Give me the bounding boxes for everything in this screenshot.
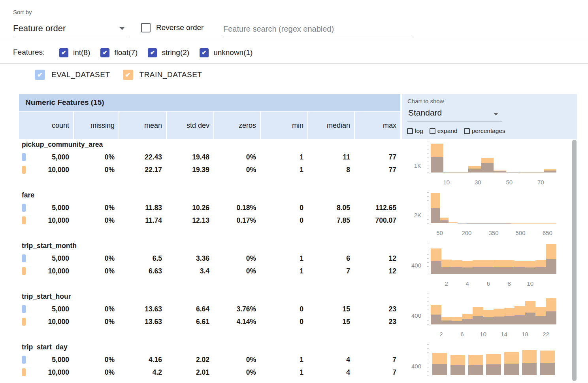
- sort-order-dropdown[interactable]: Feature order: [13, 21, 128, 37]
- histogram-bar-eval: [504, 364, 519, 375]
- divider: [0, 41, 588, 41]
- stat-eval-min: 1: [261, 151, 307, 163]
- stat-eval-max: 7: [355, 354, 400, 366]
- stat-eval-missing: 0%: [74, 151, 119, 163]
- stat-train-mean: 4.2: [119, 366, 166, 378]
- histogram-bar-eval: [531, 172, 544, 173]
- y-axis-tick: [427, 254, 429, 255]
- histogram-bar-eval: [452, 321, 462, 324]
- stat-train-zeros: 0%: [214, 366, 260, 378]
- histogram-bar-eval: [431, 315, 441, 324]
- y-axis-tick: [427, 204, 429, 204]
- stat-train-missing: 0%: [74, 214, 119, 226]
- stat-train-min: 0: [261, 316, 307, 328]
- feature-type-filter-float[interactable]: ✔float(7): [100, 48, 138, 57]
- x-axis-tick-label: 10: [438, 179, 455, 186]
- feature-type-label: string(2): [162, 48, 189, 57]
- feature-type-filter-string[interactable]: ✔string(2): [148, 48, 189, 57]
- y-axis-tick: [427, 313, 429, 313]
- dataset-toggle-eval_dataset[interactable]: ✔EVAL_DATASET: [35, 70, 110, 80]
- feature-row-trip_start_month: trip_start_month5,0000%6.53.360%161210,0…: [19, 241, 577, 291]
- chart-toggle-label: expand: [437, 127, 458, 135]
- chart-toggle-log[interactable]: log: [407, 127, 423, 135]
- y-axis-tick: [427, 360, 429, 360]
- feature-search-input[interactable]: [223, 21, 414, 37]
- chart-type-value: Standard: [408, 108, 442, 118]
- histogram-bar-eval: [481, 163, 494, 173]
- stat-train-std-dev: 2.01: [167, 366, 213, 378]
- feature-name: trip_start_month: [22, 242, 77, 250]
- stat-train-mean: 11.74: [119, 214, 166, 226]
- stat-eval-median: 4: [308, 354, 354, 366]
- checkbox-unchecked-icon[interactable]: [464, 128, 470, 134]
- stat-eval-min: 1: [261, 354, 307, 366]
- chevron-down-icon: [120, 27, 124, 30]
- features-filter-label: Features:: [13, 48, 45, 57]
- stat-eval-min: 0: [261, 303, 307, 315]
- histogram-bar-eval: [473, 316, 483, 324]
- table-title: Numeric Features (15): [25, 98, 104, 107]
- stat-eval-count: 5,000: [19, 354, 73, 366]
- feature-type-filter-int[interactable]: ✔int(8): [59, 48, 90, 57]
- stat-eval-median: 6: [308, 252, 354, 264]
- histogram-bar-eval: [483, 267, 494, 274]
- chart-toggle-percentages[interactable]: percentages: [464, 127, 505, 135]
- x-axis-tick-label: 10: [522, 280, 539, 287]
- histogram-plot[interactable]: [431, 344, 556, 375]
- reverse-order-checkbox[interactable]: [141, 23, 151, 32]
- histogram-plot[interactable]: [431, 294, 556, 324]
- x-axis-tick-label: 14: [495, 331, 513, 337]
- stat-eval-median: 8.05: [308, 202, 354, 214]
- histogram-bar-eval: [494, 171, 506, 173]
- checkbox-checked-icon[interactable]: ✔: [123, 70, 133, 80]
- histogram-bar-eval: [535, 267, 546, 274]
- histogram-plot[interactable]: [431, 192, 556, 223]
- y-axis-tick: [427, 371, 429, 372]
- stat-eval-count: 5,000: [19, 252, 73, 264]
- histogram-bar-eval: [486, 364, 501, 375]
- feature-type-filter-unknown[interactable]: ✔unknown(1): [200, 48, 253, 57]
- x-axis-tick-label: 6: [454, 331, 471, 337]
- histogram-plot[interactable]: [431, 142, 556, 173]
- checkbox-checked-icon[interactable]: ✔: [148, 48, 157, 57]
- y-axis-label: 400: [406, 363, 421, 370]
- table-title-bar: Numeric Features (15): [19, 94, 400, 111]
- histogram-bar-eval: [522, 363, 537, 375]
- sort-order-value: Feature order: [13, 23, 66, 34]
- dataset-label: EVAL_DATASET: [51, 70, 110, 79]
- histogram-bar-eval: [431, 261, 441, 274]
- chart-panel: Chart to show Standard logexpandpercenta…: [402, 94, 577, 139]
- chart-toggle-expand[interactable]: expand: [430, 127, 458, 135]
- histogram-bar-eval: [441, 320, 452, 324]
- dataset-toggle-train_dataset[interactable]: ✔TRAIN_DATASET: [123, 70, 202, 80]
- feature-name: trip_start_hour: [22, 292, 71, 301]
- checkbox-checked-icon[interactable]: ✔: [200, 48, 209, 57]
- checkbox-checked-icon[interactable]: ✔: [100, 48, 109, 57]
- dataset-legend: ✔EVAL_DATASET✔TRAIN_DATASET: [35, 70, 202, 80]
- checkbox-checked-icon[interactable]: ✔: [59, 48, 68, 57]
- histogram-plot[interactable]: [431, 243, 556, 274]
- vertical-scrollbar[interactable]: [572, 140, 577, 381]
- checkbox-unchecked-icon[interactable]: [407, 128, 413, 134]
- feature-name: trip_start_day: [22, 343, 68, 351]
- chart-to-show-label: Chart to show: [407, 98, 444, 104]
- y-axis-tick: [427, 262, 429, 263]
- checkbox-unchecked-icon[interactable]: [430, 128, 435, 134]
- stat-train-count: 10,000: [19, 316, 73, 328]
- x-axis-tick-label: 10: [475, 331, 492, 337]
- reverse-order-control[interactable]: Reverse order: [141, 23, 204, 32]
- stat-train-median: 4: [308, 366, 354, 378]
- stat-train-count: 10,000: [19, 214, 73, 226]
- checkbox-checked-icon[interactable]: ✔: [35, 70, 45, 80]
- histogram-bar-eval: [462, 267, 473, 274]
- stat-train-max: 12: [355, 265, 400, 277]
- chart-toggle-label: percentages: [472, 127, 505, 135]
- stat-eval-missing: 0%: [74, 252, 119, 264]
- stat-eval-count: 5,000: [19, 303, 73, 315]
- chart-type-dropdown[interactable]: Standard: [407, 106, 502, 122]
- stat-eval-zeros: 0.18%: [214, 202, 260, 214]
- stat-train-mean: 22.17: [119, 164, 166, 176]
- y-axis-label: 1K: [406, 162, 421, 169]
- y-axis-tick: [427, 169, 429, 169]
- x-axis-tick-label: 4: [459, 280, 476, 287]
